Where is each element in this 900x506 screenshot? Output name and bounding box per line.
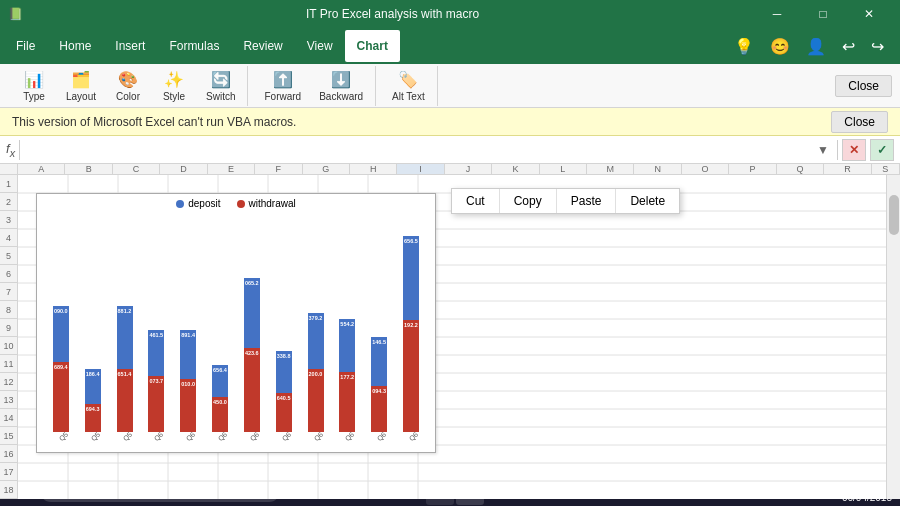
col-header-L[interactable]: L (540, 164, 587, 174)
col-header-J[interactable]: J (445, 164, 492, 174)
minimize-button[interactable]: ─ (754, 0, 800, 28)
vertical-scrollbar[interactable] (886, 175, 900, 499)
backward-button[interactable]: ⬇️ Backward (311, 66, 371, 106)
notice-message: This version of Microsoft Excel can't ru… (12, 115, 296, 129)
legend-withdrawal: withdrawal (237, 198, 296, 209)
withdrawal-bar-4: 010.0 (180, 379, 196, 432)
col-header-I[interactable]: I (397, 164, 444, 174)
chart-area[interactable]: deposit withdrawal 689.4090.0Q5694.3186.… (36, 193, 436, 453)
type-label: Type (23, 91, 45, 102)
deposit-bar-0: 090.0 (53, 306, 69, 362)
row-16[interactable]: 16 (0, 445, 17, 463)
row-3[interactable]: 3 (0, 211, 17, 229)
col-header-F[interactable]: F (255, 164, 302, 174)
app-icon: 📗 (8, 7, 23, 21)
bar-group-8: 200.0379.2Q6 (308, 313, 324, 441)
menu-item-view[interactable]: View (295, 30, 345, 62)
switch-button[interactable]: 🔄 Switch (198, 66, 243, 106)
withdrawal-bar-11: 192.2 (403, 320, 419, 432)
col-header-K[interactable]: K (492, 164, 539, 174)
title-bar: 📗 IT Pro Excel analysis with macro ─ □ ✕ (0, 0, 900, 28)
alt-text-button[interactable]: 🏷️ Alt Text (384, 66, 433, 106)
row-17[interactable]: 17 (0, 463, 17, 481)
menu-item-formulas[interactable]: Formulas (157, 30, 231, 62)
row-14[interactable]: 14 (0, 409, 17, 427)
row-1[interactable]: 1 (0, 175, 17, 193)
notice-close-button[interactable]: Close (831, 111, 888, 133)
redo-icon[interactable]: ↪ (867, 33, 888, 60)
context-menu: Cut Copy Paste Delete (451, 188, 680, 214)
ctx-copy[interactable]: Copy (500, 189, 557, 213)
deposit-bar-6: 065.2 (244, 278, 260, 348)
row-11[interactable]: 11 (0, 355, 17, 373)
row-5[interactable]: 5 (0, 247, 17, 265)
col-header-H[interactable]: H (350, 164, 397, 174)
row-9[interactable]: 9 (0, 319, 17, 337)
row-10[interactable]: 10 (0, 337, 17, 355)
col-header-S[interactable]: S (872, 164, 900, 174)
style-button[interactable]: ✨ Style (152, 66, 196, 106)
col-header-N[interactable]: N (634, 164, 681, 174)
row-6[interactable]: 6 (0, 265, 17, 283)
col-header-C[interactable]: C (113, 164, 160, 174)
ctx-delete[interactable]: Delete (616, 189, 679, 213)
legend-withdrawal-label: withdrawal (249, 198, 296, 209)
profile-icon[interactable]: 👤 (802, 33, 830, 60)
smiley-icon[interactable]: 😊 (766, 33, 794, 60)
col-header-M[interactable]: M (587, 164, 634, 174)
formula-cancel-button[interactable]: ✕ (842, 139, 866, 161)
deposit-bar-9: 554.2 (339, 319, 355, 372)
col-header-E[interactable]: E (208, 164, 255, 174)
close-button[interactable]: ✕ (846, 0, 892, 28)
bar-group-1: 694.3186.4Q5 (85, 369, 101, 441)
col-header-B[interactable]: B (65, 164, 112, 174)
row-2[interactable]: 2 (0, 193, 17, 211)
title-bar-text: IT Pro Excel analysis with macro (31, 7, 754, 21)
row-7[interactable]: 7 (0, 283, 17, 301)
menu-item-file[interactable]: File (4, 30, 47, 62)
menu-item-insert[interactable]: Insert (103, 30, 157, 62)
col-header-G[interactable]: G (303, 164, 350, 174)
deposit-bar-2: 881.2 (117, 306, 133, 369)
forward-button[interactable]: ⬆️ Forward (256, 66, 309, 106)
col-header-P[interactable]: P (729, 164, 776, 174)
col-header-D[interactable]: D (160, 164, 207, 174)
help-icon[interactable]: 💡 (730, 33, 758, 60)
formula-input[interactable] (24, 143, 813, 157)
formula-ok-button[interactable]: ✓ (870, 139, 894, 161)
row-8[interactable]: 8 (0, 301, 17, 319)
scrollbar-thumb[interactable] (889, 195, 899, 235)
row-18[interactable]: 18 (0, 481, 17, 499)
undo-icon[interactable]: ↩ (838, 33, 859, 60)
col-header-A[interactable]: A (18, 164, 65, 174)
col-header-Q[interactable]: Q (777, 164, 824, 174)
menu-item-home[interactable]: Home (47, 30, 103, 62)
bar-group-7: 640.5338.8Q6 (276, 351, 292, 441)
withdrawal-bar-0: 689.4 (53, 362, 69, 432)
type-button[interactable]: 📊 Type (12, 66, 56, 106)
chart-inner: 689.4090.0Q5694.3186.4Q5651.4881.2Q5073.… (37, 211, 435, 445)
row-13[interactable]: 13 (0, 391, 17, 409)
color-button[interactable]: 🎨 Color (106, 66, 150, 106)
layout-button[interactable]: 🗂️ Layout (58, 66, 104, 106)
layout-label: Layout (66, 91, 96, 102)
row-4[interactable]: 4 (0, 229, 17, 247)
col-header-R[interactable]: R (824, 164, 871, 174)
menu-item-chart[interactable]: Chart (345, 30, 400, 62)
row-15[interactable]: 15 (0, 427, 17, 445)
bar-group-0: 689.4090.0Q5 (53, 306, 69, 441)
ctx-cut[interactable]: Cut (452, 189, 500, 213)
withdrawal-bar-3: 073.7 (148, 376, 164, 432)
ctx-paste[interactable]: Paste (557, 189, 617, 213)
cells-area[interactable]: deposit withdrawal 689.4090.0Q5694.3186.… (18, 175, 886, 499)
bar-group-10: 094.3146.5Q6 (371, 337, 387, 441)
formula-dropdown-arrow[interactable]: ▼ (817, 143, 829, 157)
menu-item-review[interactable]: Review (231, 30, 294, 62)
row-12[interactable]: 12 (0, 373, 17, 391)
bar-group-2: 651.4881.2Q5 (117, 306, 133, 441)
toolbar-close-button[interactable]: Close (835, 75, 892, 97)
maximize-button[interactable]: □ (800, 0, 846, 28)
toolbar-group-alt: 🏷️ Alt Text (380, 66, 438, 106)
col-header-O[interactable]: O (682, 164, 729, 174)
deposit-bar-7: 338.8 (276, 351, 292, 393)
